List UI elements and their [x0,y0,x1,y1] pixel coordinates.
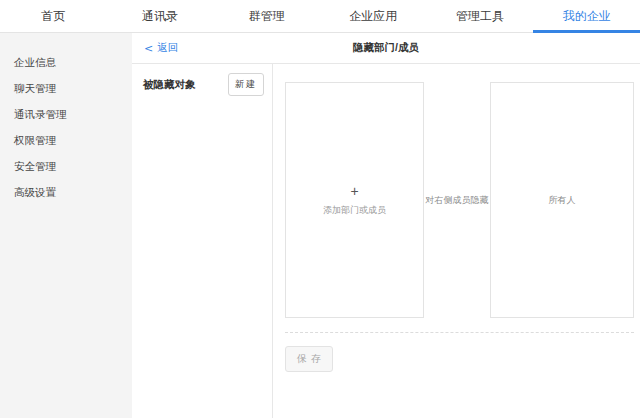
relation-cell: 对右侧成员隐藏 [424,82,490,318]
page: 首页 通讯录 群管理 企业应用 管理工具 我的企业 企业信息 聊天管理 通讯录管… [0,0,640,418]
save-button[interactable]: 保存 [285,346,333,372]
nav-tab-label: 通讯录 [142,8,178,25]
sidebar: 企业信息 聊天管理 通讯录管理 权限管理 安全管理 高级设置 [0,33,132,418]
hidden-objects-header: 被隐藏对象 新建 [143,73,264,96]
visible-to-label: 所有人 [549,194,576,207]
nav-tab-label: 企业应用 [349,8,397,25]
visible-to-box: 所有人 [490,82,634,318]
nav-tab-home[interactable]: 首页 [0,0,107,32]
add-members-label: 添加部门或成员 [323,204,386,217]
plus-icon: + [350,184,358,198]
nav-tab-management-tools[interactable]: 管理工具 [427,0,534,32]
dashed-separator [285,332,634,333]
hidden-objects-panel: 被隐藏对象 新建 [132,64,273,418]
page-title: 隐藏部门/成员 [353,41,419,55]
new-rule-button[interactable]: 新建 [228,73,264,96]
sidebar-item-enterprise-info[interactable]: 企业信息 [0,50,132,76]
editor-row: + 添加部门或成员 对右侧成员隐藏 所有人 [285,82,634,318]
sidebar-item-advanced-settings[interactable]: 高级设置 [0,180,132,206]
sidebar-item-security-management[interactable]: 安全管理 [0,154,132,180]
sidebar-item-contacts-management[interactable]: 通讯录管理 [0,102,132,128]
relation-label: 对右侧成员隐藏 [426,194,489,207]
back-chevron-icon: < [144,42,153,55]
nav-tab-label: 首页 [41,8,65,25]
nav-tab-label: 群管理 [249,8,285,25]
nav-tab-contacts[interactable]: 通讯录 [107,0,214,32]
nav-tab-label: 我的企业 [563,8,611,25]
main-panel: < 返回 隐藏部门/成员 被隐藏对象 新建 + [132,33,640,418]
nav-tab-enterprise-apps[interactable]: 企业应用 [320,0,427,32]
content-area: 企业信息 聊天管理 通讯录管理 权限管理 安全管理 高级设置 < 返回 隐藏部门… [0,33,640,418]
nav-tab-my-enterprise[interactable]: 我的企业 [533,0,640,32]
rule-editor: + 添加部门或成员 对右侧成员隐藏 所有人 保存 [273,64,640,418]
sidebar-item-chat-management[interactable]: 聊天管理 [0,76,132,102]
back-label: 返回 [157,41,178,55]
top-nav: 首页 通讯录 群管理 企业应用 管理工具 我的企业 [0,0,640,33]
nav-tab-label: 管理工具 [456,8,504,25]
nav-tab-group-management[interactable]: 群管理 [213,0,320,32]
back-button[interactable]: < 返回 [144,33,178,63]
hidden-objects-heading: 被隐藏对象 [143,78,196,92]
add-members-box[interactable]: + 添加部门或成员 [285,82,424,318]
main-header: < 返回 隐藏部门/成员 [132,33,640,64]
main-body: 被隐藏对象 新建 + 添加部门或成员 对右侧成员隐藏 [132,64,640,418]
sidebar-item-permission-management[interactable]: 权限管理 [0,128,132,154]
